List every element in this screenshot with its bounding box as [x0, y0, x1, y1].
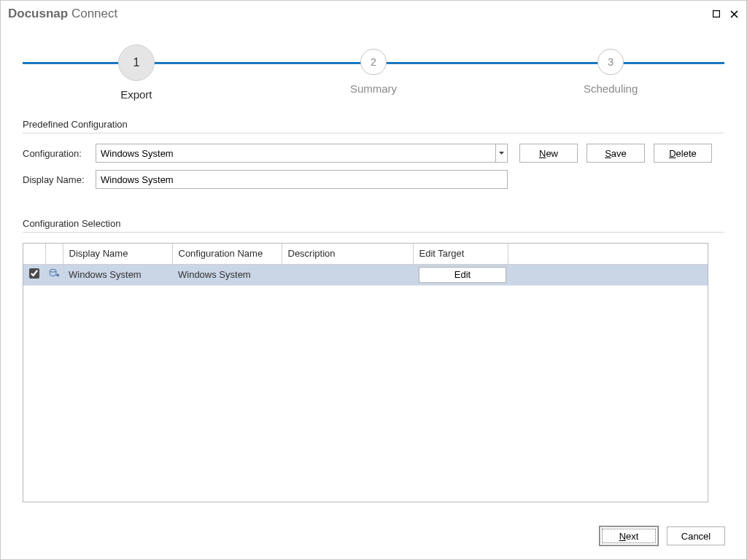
table-header-row: Display Name Configuration Name Descript… [23, 244, 708, 264]
cell-spacer [508, 264, 708, 285]
column-header-description[interactable]: Description [282, 244, 413, 264]
step-export[interactable]: 1 Export [78, 44, 195, 101]
column-header-edit-target[interactable]: Edit Target [413, 244, 508, 264]
table-row[interactable]: Windows System Windows System Edit [23, 264, 708, 285]
column-header-display-name[interactable]: Display Name [63, 244, 172, 264]
table-empty-area [23, 286, 708, 502]
column-header-configuration-name[interactable]: Configuration Name [172, 244, 282, 264]
section-divider [23, 232, 724, 233]
delete-button[interactable]: Delete [654, 144, 712, 163]
column-header-icon [45, 244, 63, 264]
save-button[interactable]: Save [587, 144, 645, 163]
new-button[interactable]: New [519, 144, 578, 163]
configuration-combo[interactable] [96, 144, 508, 163]
step-summary[interactable]: 2 Summary [315, 44, 432, 95]
combo-dropdown-button[interactable] [495, 144, 508, 163]
next-button[interactable]: Next [600, 526, 658, 545]
step-label: Scheduling [552, 82, 669, 95]
display-name-input[interactable] [96, 170, 508, 189]
title-light: Connect [71, 7, 117, 20]
chevron-down-icon [499, 152, 504, 155]
svg-point-1 [50, 269, 55, 272]
maximize-icon[interactable] [711, 9, 721, 19]
step-scheduling[interactable]: 3 Scheduling [552, 44, 669, 95]
svg-rect-0 [713, 11, 720, 18]
column-header-checkbox[interactable] [23, 244, 45, 264]
cell-display-name: Windows System [63, 264, 172, 285]
cell-description [282, 264, 413, 285]
database-export-icon [45, 264, 63, 285]
title-bar: Docusnap Connect [1, 1, 746, 27]
step-label: Summary [315, 82, 432, 95]
configuration-input[interactable] [96, 144, 495, 163]
step-circle: 1 [118, 44, 155, 81]
step-circle: 3 [597, 49, 624, 75]
close-icon[interactable] [729, 9, 739, 19]
edit-target-button[interactable]: Edit [419, 267, 506, 283]
row-checkbox[interactable] [29, 268, 39, 279]
step-label: Export [78, 88, 195, 101]
section-title-predefined: Predefined Configuration [23, 119, 724, 130]
cancel-button[interactable]: Cancel [667, 526, 725, 545]
step-circle: 2 [360, 49, 387, 75]
window-title: Docusnap Connect [8, 7, 711, 21]
section-divider [23, 133, 724, 133]
section-title-selection: Configuration Selection [23, 218, 724, 229]
label-display-name: Display Name: [23, 174, 96, 185]
wizard-stepper: 1 Export 2 Summary 3 Scheduling [23, 44, 724, 96]
wizard-footer: Next Cancel [600, 526, 725, 545]
title-bold: Docusnap [8, 7, 68, 20]
label-configuration: Configuration: [23, 148, 96, 159]
column-header-spacer [508, 244, 708, 264]
configuration-table: Display Name Configuration Name Descript… [23, 243, 708, 502]
cell-configuration-name: Windows System [172, 264, 282, 285]
